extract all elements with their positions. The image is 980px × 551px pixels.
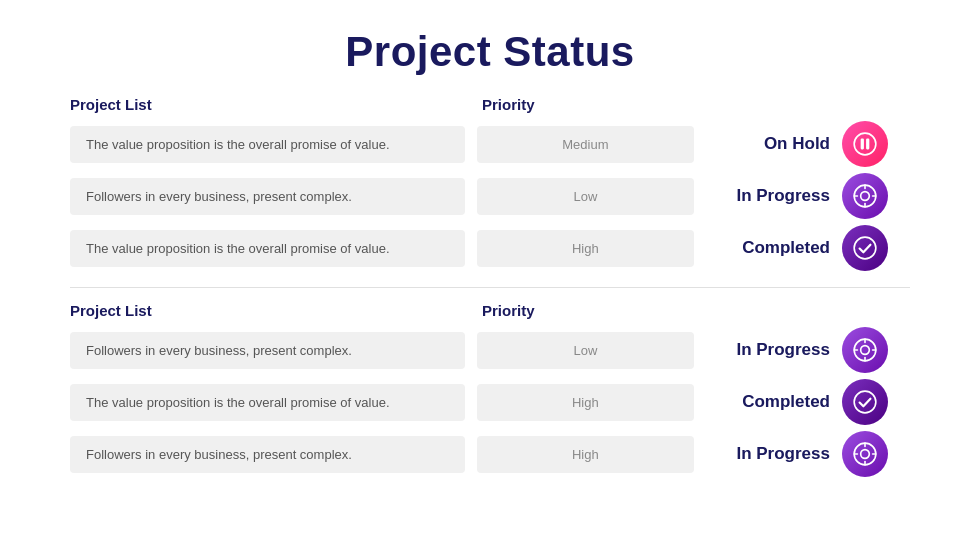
status-label: In Progress [710, 444, 830, 464]
status-label: On Hold [710, 134, 830, 154]
section-2-headers: Project List Priority [70, 302, 910, 319]
status-area: In Progress [710, 327, 910, 373]
status-area: On Hold [710, 121, 910, 167]
status-area: Completed [710, 379, 910, 425]
status-label: In Progress [710, 186, 830, 206]
svg-rect-1 [861, 139, 864, 150]
col-priority-header-2: Priority [482, 302, 702, 319]
table-row: The value proposition is the overall pro… [70, 121, 910, 167]
priority-cell: High [477, 230, 694, 267]
table-row: The value proposition is the overall pro… [70, 379, 910, 425]
completed-icon [842, 225, 888, 271]
table-row: Followers in every business, present com… [70, 431, 910, 477]
list-item: Followers in every business, present com… [70, 178, 465, 215]
priority-cell: High [477, 436, 694, 473]
svg-point-16 [854, 391, 876, 413]
page-title: Project Status [0, 0, 980, 96]
svg-rect-2 [866, 139, 869, 150]
completed-icon [842, 379, 888, 425]
col-priority-header-1: Priority [482, 96, 702, 113]
section-1-headers: Project List Priority [70, 96, 910, 113]
section-1: Project List Priority The value proposit… [70, 96, 910, 271]
list-item: The value proposition is the overall pro… [70, 384, 465, 421]
col-list-header-2: Project List [70, 302, 470, 319]
svg-point-9 [854, 237, 876, 259]
svg-point-18 [861, 450, 870, 459]
list-item: The value proposition is the overall pro… [70, 230, 465, 267]
svg-point-4 [861, 192, 870, 201]
priority-cell: Medium [477, 126, 694, 163]
status-area: In Progress [710, 431, 910, 477]
list-item: The value proposition is the overall pro… [70, 126, 465, 163]
status-area: Completed [710, 225, 910, 271]
svg-point-0 [854, 133, 876, 155]
priority-cell: Low [477, 178, 694, 215]
priority-cell: Low [477, 332, 694, 369]
svg-point-11 [861, 346, 870, 355]
on-hold-icon [842, 121, 888, 167]
table-row: Followers in every business, present com… [70, 327, 910, 373]
list-item: Followers in every business, present com… [70, 332, 465, 369]
col-list-header-1: Project List [70, 96, 470, 113]
priority-cell: High [477, 384, 694, 421]
table-row: Followers in every business, present com… [70, 173, 910, 219]
section-divider [70, 287, 910, 288]
list-item: Followers in every business, present com… [70, 436, 465, 473]
section-2: Project List Priority Followers in every… [70, 302, 910, 477]
in-progress-icon [842, 173, 888, 219]
in-progress-icon [842, 327, 888, 373]
status-label: In Progress [710, 340, 830, 360]
table-row: The value proposition is the overall pro… [70, 225, 910, 271]
content-area: Project List Priority The value proposit… [0, 96, 980, 477]
in-progress-icon [842, 431, 888, 477]
status-area: In Progress [710, 173, 910, 219]
status-label: Completed [710, 392, 830, 412]
status-label: Completed [710, 238, 830, 258]
